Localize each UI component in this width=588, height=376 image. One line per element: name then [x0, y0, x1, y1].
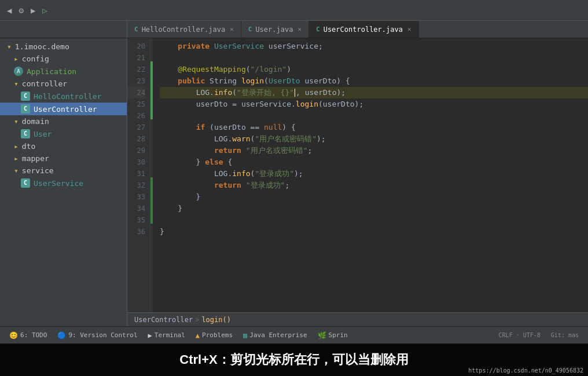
folder-icon-config: ▸ — [14, 54, 19, 63]
tab-hello-controller[interactable]: C HelloController.java ✕ — [127, 21, 241, 38]
sidebar-item-user-controller[interactable]: C UserController — [0, 103, 127, 115]
code-line-35 — [160, 214, 588, 226]
version-control-button[interactable]: 🔵 9: Version Control — [53, 330, 142, 341]
code-line-25: userDto = userService.login(userDto); — [160, 98, 588, 110]
sidebar-item-application[interactable]: A Application — [0, 65, 127, 78]
git-branch: Git: mas — [546, 331, 583, 340]
sidebar-item-domain[interactable]: ▾ domain — [0, 115, 127, 127]
sidebar-item-controller[interactable]: ▾ controller — [0, 78, 127, 90]
hint-url: https://blog.csdn.net/n0_49056832 — [468, 367, 583, 374]
breadcrumb-bar: UserController > login() — [127, 312, 588, 326]
code-line-28: LOG.warn("用户名或密码错"); — [160, 133, 588, 145]
tab-user[interactable]: C User.java ✕ — [241, 21, 309, 38]
code-line-32: return "登录成功"; — [160, 180, 588, 191]
class-icon-us: C — [21, 178, 30, 188]
terminal-icon: ▶ — [148, 331, 152, 340]
code-line-22: @RequestMapping("/login") — [160, 64, 588, 75]
code-line-23: public String login(UserDto userDto) { — [160, 75, 588, 87]
folder-icon-service: ▾ — [14, 166, 19, 175]
code-line-33: } — [160, 191, 588, 203]
sidebar-item-dto[interactable]: ▸ dto — [0, 140, 127, 152]
class-icon-hello: C — [21, 92, 30, 101]
tab-close-hello[interactable]: ✕ — [230, 25, 234, 33]
spring-button[interactable]: 🌿 Sprin — [313, 330, 352, 341]
breadcrumb-separator: > — [195, 316, 199, 324]
todo-icon: 😊 — [9, 331, 18, 340]
problems-icon: ▲ — [196, 331, 200, 340]
line-numbers: 20 21 22 23 24 25 26 27 28 29 30 31 32 3… — [127, 38, 150, 312]
folder-icon: ▾ — [7, 42, 12, 51]
app-class-icon: A — [14, 67, 23, 76]
code-line-26 — [160, 110, 588, 122]
code-editor[interactable]: 20 21 22 23 24 25 26 27 28 29 30 31 32 3… — [127, 38, 588, 312]
sidebar-item-config[interactable]: ▸ config — [0, 53, 127, 65]
terminal-button[interactable]: ▶ Terminal — [144, 330, 190, 341]
sidebar: ▾ 1.imooc.demo ▸ config A Application ▾ … — [0, 38, 127, 326]
code-area: 20 21 22 23 24 25 26 27 28 29 30 31 32 3… — [127, 38, 588, 326]
build-button[interactable]: ▶ — [28, 5, 38, 16]
code-line-24: LOG.info("登录开始, {}", userDto); — [160, 87, 588, 98]
todo-button[interactable]: 😊 6: TODO — [5, 330, 52, 341]
tab-close-uc[interactable]: ✕ — [407, 25, 411, 33]
spring-icon: 🌿 — [318, 331, 326, 340]
code-line-29: return "用户名或密码错"; — [160, 145, 588, 156]
hint-bar: Ctrl+X：剪切光标所在行，可以当删除用 https://blog.csdn.… — [0, 344, 588, 376]
folder-icon-domain: ▾ — [14, 117, 19, 126]
class-icon-uc: C — [21, 104, 30, 114]
settings-icon[interactable]: ⚙ — [16, 5, 25, 16]
folder-icon-controller: ▾ — [14, 79, 19, 88]
sidebar-item-mapper[interactable]: ▸ mapper — [0, 152, 127, 165]
problems-button[interactable]: ▲ Problems — [191, 330, 237, 341]
tab-class-icon: C — [134, 25, 138, 33]
status-encoding: CRLF · UTF-8 — [494, 331, 545, 340]
code-line-21 — [160, 52, 588, 64]
code-content[interactable]: private UserService userService; @Reques… — [153, 38, 588, 312]
main-area: ▾ 1.imooc.demo ▸ config A Application ▾ … — [0, 38, 588, 326]
breadcrumb-class[interactable]: UserController — [134, 316, 193, 324]
sidebar-item-service[interactable]: ▾ service — [0, 165, 127, 177]
enterprise-icon: ▦ — [243, 331, 247, 340]
vc-icon: 🔵 — [57, 331, 66, 340]
back-button[interactable]: ◀ — [5, 5, 14, 16]
sidebar-item-hello-controller[interactable]: C HelloController — [0, 90, 127, 103]
sidebar-item-imooc-demo[interactable]: ▾ 1.imooc.demo — [0, 41, 127, 53]
bottom-toolbar: 😊 6: TODO 🔵 9: Version Control ▶ Termina… — [0, 326, 588, 344]
breadcrumb-method[interactable]: login() — [201, 316, 231, 324]
java-enterprise-button[interactable]: ▦ Java Enterprise — [238, 330, 312, 341]
code-line-27: if (userDto == null) { — [160, 122, 588, 133]
tab-close-user[interactable]: ✕ — [297, 25, 302, 33]
code-line-34: } — [160, 203, 588, 214]
code-line-31: LOG.info("登录成功"); — [160, 168, 588, 180]
code-line-30: } else { — [160, 156, 588, 168]
class-icon-user: C — [21, 129, 30, 138]
code-line-20: private UserService userService; — [160, 41, 588, 52]
run-button[interactable]: ▷ — [40, 5, 49, 16]
toolbar: ◀ ⚙ ▶ ▷ — [0, 0, 588, 21]
tab-bar: C HelloController.java ✕ C User.java ✕ C… — [127, 21, 588, 38]
sidebar-item-user-service[interactable]: C UserService — [0, 177, 127, 189]
code-line-36: } — [160, 226, 588, 238]
sidebar-item-user[interactable]: C User — [0, 127, 127, 140]
tab-user-controller[interactable]: C UserController.java ✕ — [309, 21, 419, 38]
hint-text: Ctrl+X：剪切光标所在行，可以当删除用 — [179, 351, 408, 368]
tab-class-icon-user: C — [248, 25, 252, 33]
folder-icon-mapper: ▸ — [14, 154, 19, 163]
folder-icon-dto: ▸ — [14, 142, 19, 151]
tab-class-icon-uc: C — [316, 25, 320, 33]
